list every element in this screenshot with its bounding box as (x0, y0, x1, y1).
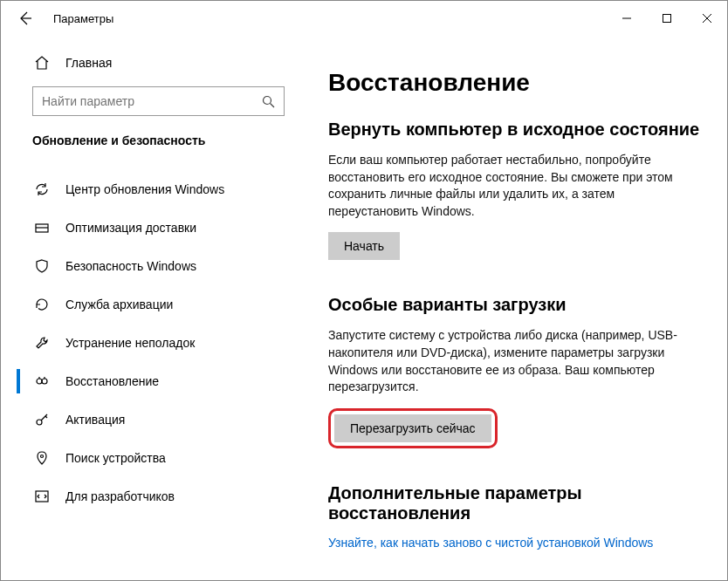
sidebar-item-label: Восстановление (65, 374, 159, 388)
sidebar-item-label: Центр обновления Windows (65, 182, 224, 196)
svg-point-5 (264, 96, 271, 104)
sidebar-item-label: Оптимизация доставки (65, 221, 196, 235)
minimize-button[interactable] (607, 1, 647, 36)
section-description: Запустите систему с устройства либо диск… (328, 327, 695, 395)
maximize-button[interactable] (647, 1, 687, 36)
delivery-icon (32, 220, 52, 236)
shield-icon (32, 258, 52, 274)
sidebar-item-label: Для разработчиков (65, 489, 175, 503)
sidebar-item-developers[interactable]: Для разработчиков (1, 477, 302, 516)
section-description: Если ваш компьютер работает нестабильно,… (328, 152, 695, 220)
sidebar-item-delivery-optimization[interactable]: Оптимизация доставки (1, 208, 302, 247)
section-title: Вернуть компьютер в исходное состояние (328, 120, 701, 140)
sidebar-item-windows-update[interactable]: Центр обновления Windows (1, 170, 302, 208)
svg-point-16 (41, 455, 44, 458)
svg-point-9 (37, 379, 42, 384)
back-button[interactable] (8, 1, 43, 36)
sidebar-item-recovery[interactable]: Восстановление (1, 362, 302, 400)
sidebar-home[interactable]: Главная (1, 44, 302, 81)
annotation-highlight: Перезагрузить сейчас (328, 408, 498, 448)
page-title: Восстановление (328, 69, 701, 97)
sidebar: Главная Обновление и безопасность Центр … (1, 36, 302, 580)
home-icon (32, 55, 52, 71)
sidebar-item-activation[interactable]: Активация (1, 400, 302, 439)
section-title: Особые варианты загрузки (328, 295, 701, 315)
svg-line-15 (45, 416, 47, 418)
window-title: Параметры (53, 12, 113, 25)
sidebar-item-label: Безопасность Windows (65, 259, 196, 273)
search-box[interactable] (32, 86, 285, 116)
reset-button[interactable]: Начать (328, 232, 400, 260)
sidebar-category: Обновление и безопасность (1, 128, 302, 158)
wrench-icon (32, 335, 52, 351)
sidebar-item-label: Устранение неполадок (65, 336, 195, 350)
backup-icon (32, 297, 52, 312)
fresh-start-link[interactable]: Узнайте, как начать заново с чистой уста… (328, 536, 653, 550)
svg-point-10 (42, 379, 47, 384)
sync-icon (32, 181, 52, 197)
sidebar-item-windows-security[interactable]: Безопасность Windows (1, 247, 302, 285)
sidebar-home-label: Главная (65, 56, 112, 70)
sidebar-item-troubleshoot[interactable]: Устранение неполадок (1, 324, 302, 362)
section-title: Дополнительные параметры восстановления (328, 483, 701, 523)
section-more-recovery: Дополнительные параметры восстановления … (328, 483, 701, 550)
sidebar-item-label: Поиск устройства (65, 451, 166, 465)
sidebar-item-find-device[interactable]: Поиск устройства (1, 439, 302, 477)
window-controls (607, 1, 727, 36)
search-input[interactable] (42, 94, 262, 108)
search-icon (262, 95, 275, 108)
close-button[interactable] (687, 1, 727, 36)
section-advanced-startup: Особые варианты загрузки Запустите систе… (328, 295, 701, 448)
section-reset: Вернуть компьютер в исходное состояние Е… (328, 120, 701, 260)
key-icon (32, 412, 52, 427)
sidebar-item-label: Активация (65, 413, 125, 427)
restart-now-button[interactable]: Перезагрузить сейчас (334, 414, 491, 442)
recovery-icon (32, 373, 52, 389)
svg-line-6 (271, 103, 275, 107)
code-icon (32, 489, 52, 504)
content-pane: Восстановление Вернуть компьютер в исход… (302, 36, 727, 580)
titlebar: Параметры (1, 1, 727, 36)
sidebar-item-backup[interactable]: Служба архивации (1, 285, 302, 324)
sidebar-item-label: Служба архивации (65, 297, 173, 311)
location-icon (32, 450, 52, 466)
svg-rect-2 (663, 15, 671, 23)
